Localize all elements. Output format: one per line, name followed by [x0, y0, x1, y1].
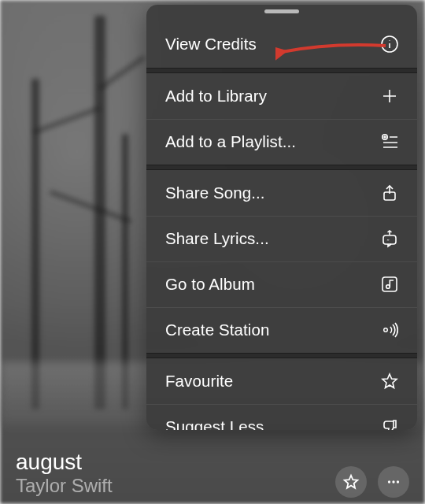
- svg-text:”: ”: [387, 238, 390, 244]
- more-button[interactable]: [378, 466, 409, 498]
- svg-rect-12: [383, 235, 396, 244]
- menu-item-view-credits[interactable]: View Credits: [146, 20, 417, 68]
- share-icon: [379, 183, 400, 203]
- menu-item-create-station[interactable]: Create Station: [146, 307, 417, 353]
- menu-label: Add to a Playlist...: [165, 132, 296, 151]
- station-icon: [379, 320, 400, 340]
- menu-divider: [146, 68, 417, 73]
- menu-label: Create Station: [165, 321, 269, 339]
- menu-label: View Credits: [165, 35, 257, 54]
- add-to-playlist-icon: [379, 132, 400, 152]
- menu-item-add-library[interactable]: Add to Library: [146, 73, 417, 119]
- menu-label: Share Lyrics...: [165, 229, 269, 248]
- share-lyrics-icon: ”: [379, 228, 400, 249]
- album-icon: [379, 274, 400, 295]
- menu-label: Add to Library: [165, 87, 267, 106]
- sheet-grabber[interactable]: [264, 9, 299, 13]
- star-icon: [341, 472, 361, 492]
- ellipsis-icon: [383, 472, 404, 492]
- now-playing-footer: august Taylor Swift: [16, 450, 409, 498]
- star-icon: [379, 371, 400, 391]
- menu-item-suggest-less[interactable]: Suggest Less: [146, 404, 417, 430]
- menu-item-add-playlist[interactable]: Add to a Playlist...: [146, 119, 417, 165]
- context-menu-sheet: View Credits Add to Library Add to a Pla…: [146, 5, 417, 430]
- thumbs-down-icon: [379, 417, 400, 430]
- menu-label: Favourite: [165, 372, 233, 391]
- menu-divider: [146, 165, 417, 170]
- menu-item-share-song[interactable]: Share Song...: [146, 170, 417, 216]
- menu-label: Share Song...: [165, 183, 265, 202]
- plus-icon: [379, 86, 400, 106]
- track-artist: Taylor Swift: [16, 475, 113, 498]
- svg-point-20: [392, 480, 394, 483]
- menu-label: Suggest Less: [165, 417, 264, 430]
- menu-item-share-lyrics[interactable]: Share Lyrics... ”: [146, 216, 417, 261]
- svg-point-21: [397, 480, 399, 483]
- menu-item-favourite[interactable]: Favourite: [146, 358, 417, 404]
- menu-label: Go to Album: [165, 275, 255, 294]
- info-icon: [379, 34, 400, 54]
- menu-divider: [146, 353, 417, 358]
- menu-item-go-album[interactable]: Go to Album: [146, 261, 417, 307]
- svg-point-19: [388, 480, 390, 483]
- svg-point-2: [389, 40, 390, 41]
- favourite-button[interactable]: [335, 466, 367, 498]
- track-title: august: [16, 450, 113, 475]
